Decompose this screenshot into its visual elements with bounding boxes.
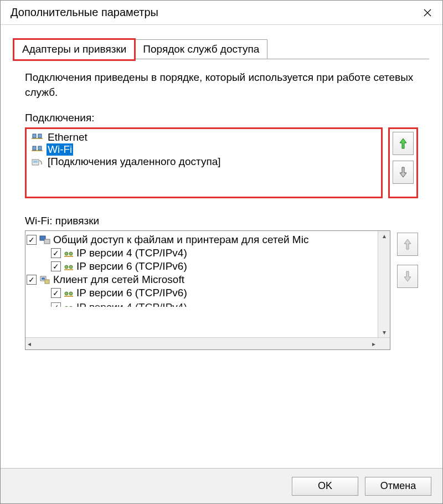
tab-label: Адаптеры и привязки: [22, 43, 126, 55]
svg-rect-2: [38, 134, 42, 138]
checkbox[interactable]: ✓: [51, 302, 61, 312]
tab-body: Подключения приведены в порядке, который…: [14, 59, 429, 350]
dialog-content: Адаптеры и привязки Порядок служб доступ…: [1, 25, 442, 350]
svg-rect-17: [42, 277, 45, 280]
scroll-down-icon[interactable]: ▾: [380, 327, 388, 337]
cancel-button[interactable]: Отмена: [365, 477, 431, 496]
checkbox[interactable]: ✓: [27, 235, 37, 245]
checkbox[interactable]: ✓: [27, 275, 37, 285]
svg-rect-13: [64, 269, 73, 270]
window-title: Дополнительные параметры: [11, 6, 158, 19]
bindings-label: Wi-Fi: привязки: [25, 215, 418, 227]
binding-text: IP версии 6 (TCP/IPv6): [76, 260, 187, 272]
connection-name: Wi-Fi: [47, 143, 73, 156]
checkbox[interactable]: ✓: [51, 288, 61, 298]
svg-point-11: [65, 252, 68, 255]
bindings-listbox[interactable]: ✓ Общий доступ к файлам и принтерам для …: [25, 230, 390, 350]
advanced-settings-dialog: Дополнительные параметры Адаптеры и прив…: [0, 0, 443, 504]
scroll-right-icon[interactable]: ▸: [370, 339, 378, 349]
binding-item[interactable]: ✓ IP версии 4 (TCP/IPv4): [27, 246, 377, 260]
binding-item[interactable]: ✓ IP версии 6 (TCP/IPv6): [27, 260, 377, 273]
network-adapter-icon: [31, 145, 43, 155]
binding-text: Клиент для сетей Microsoft: [53, 274, 184, 286]
connection-item[interactable]: [Подключения удаленного доступа]: [30, 156, 378, 168]
svg-rect-5: [38, 146, 42, 150]
connections-arrow-group: [388, 127, 418, 198]
binding-text: IP версии 6 (TCP/IPv6): [76, 287, 187, 299]
checkbox[interactable]: ✓: [51, 248, 61, 258]
button-label: OK: [318, 480, 332, 492]
svg-point-15: [69, 265, 73, 269]
svg-rect-22: [64, 310, 73, 311]
connection-item[interactable]: Wi-Fi: [30, 143, 378, 156]
move-down-button[interactable]: [393, 161, 414, 184]
connections-listbox[interactable]: Ethernet Wi-Fi [Подключения удаленного д…: [25, 127, 383, 198]
protocol-icon: [63, 303, 74, 312]
binding-item[interactable]: ✓ IP версии 6 (TCP/IPv6): [27, 286, 377, 300]
binding-move-down-button[interactable]: [397, 265, 418, 288]
svg-rect-1: [33, 134, 36, 138]
svg-rect-4: [33, 146, 36, 150]
description-text: Подключения приведены в порядке, который…: [25, 70, 418, 100]
client-icon: [39, 275, 51, 285]
protocol-icon: [63, 249, 74, 258]
svg-point-20: [65, 292, 68, 295]
bindings-arrow-group: [397, 233, 418, 288]
scroll-up-icon[interactable]: ▴: [380, 231, 388, 241]
tab-label: Порядок служб доступа: [143, 43, 259, 55]
svg-point-14: [65, 265, 68, 269]
tab-adapters-bindings[interactable]: Адаптеры и привязки: [14, 39, 135, 59]
horizontal-scrollbar[interactable]: ◂ ▸: [25, 337, 390, 349]
connection-name: [Подключения удаленного доступа]: [47, 156, 222, 168]
ok-button[interactable]: OK: [292, 477, 358, 496]
connection-name: Ethernet: [47, 131, 89, 143]
file-print-service-icon: [39, 235, 51, 245]
scroll-left-icon[interactable]: ◂: [25, 339, 33, 349]
protocol-icon: [63, 262, 74, 271]
binding-item[interactable]: ✓ Клиент для сетей Microsoft: [27, 273, 377, 286]
close-button[interactable]: [413, 1, 442, 25]
svg-rect-18: [45, 280, 49, 284]
tab-strip: Адаптеры и привязки Порядок служб доступ…: [14, 39, 429, 59]
svg-rect-10: [64, 256, 73, 257]
connection-item[interactable]: Ethernet: [30, 131, 378, 143]
bindings-row: ✓ Общий доступ к файлам и принтерам для …: [25, 230, 418, 350]
connections-row: Ethernet Wi-Fi [Подключения удаленного д…: [25, 127, 418, 198]
binding-item[interactable]: ✓ Общий доступ к файлам и принтерам для …: [27, 233, 377, 246]
binding-text: Общий доступ к файлам и принтерам для се…: [53, 234, 308, 246]
binding-item[interactable]: ✓ IP версии 4 (TCP/IPv4): [27, 301, 377, 314]
binding-move-up-button[interactable]: [397, 233, 418, 256]
svg-point-23: [65, 306, 68, 310]
titlebar: Дополнительные параметры: [1, 1, 442, 25]
move-up-button[interactable]: [393, 132, 414, 155]
vertical-scrollbar[interactable]: ▴ ▾: [378, 231, 390, 337]
checkbox[interactable]: ✓: [51, 261, 61, 271]
svg-rect-19: [64, 296, 73, 297]
svg-point-21: [69, 292, 73, 295]
binding-text: IP версии 4 (TCP/IPv4): [76, 301, 187, 313]
dialog-button-bar: OK Отмена: [1, 468, 442, 503]
svg-point-24: [69, 306, 73, 310]
bindings-viewport: ✓ Общий доступ к файлам и принтерам для …: [25, 231, 378, 337]
button-label: Отмена: [380, 480, 416, 492]
dialup-icon: [31, 157, 43, 167]
svg-point-12: [69, 252, 73, 255]
protocol-icon: [63, 289, 74, 297]
tab-provider-order[interactable]: Порядок служб доступа: [135, 39, 267, 59]
network-adapter-icon: [31, 132, 43, 142]
binding-text: IP версии 4 (TCP/IPv4): [76, 247, 187, 259]
svg-rect-9: [44, 239, 50, 244]
svg-rect-7: [33, 161, 38, 163]
connections-label: Подключения:: [25, 112, 418, 124]
